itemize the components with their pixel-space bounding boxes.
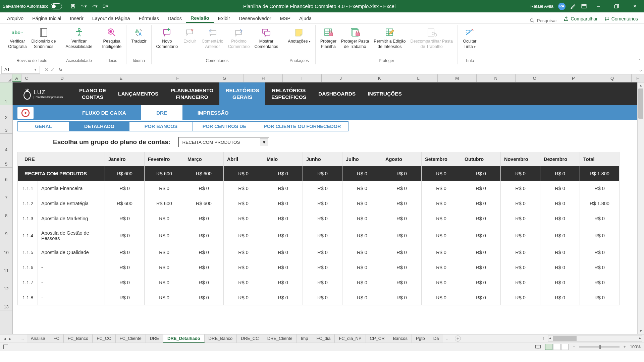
ribbon-verificar-ortografia[interactable]: abcVerificarOrtografia <box>6 26 29 50</box>
row-header[interactable]: 3 <box>0 121 12 134</box>
sheet-tab-fc[interactable]: FC <box>49 335 63 343</box>
nav-relatórios-gerais[interactable]: RELATÓRIOSGERAIS <box>219 82 265 105</box>
col-header[interactable]: C <box>21 74 33 82</box>
col-header[interactable]: P <box>554 74 593 82</box>
sheet-tab-dre_banco[interactable]: DRE_Banco <box>205 335 237 343</box>
ribbon-novo-coment-rio[interactable]: NovoComentário <box>154 26 180 50</box>
user-avatar[interactable]: RA <box>558 3 566 10</box>
subnav-impressão[interactable]: IMPRESSÃO <box>182 105 244 120</box>
ribbon-dicion-rio-de-sin-nimos[interactable]: Dicionário deSinônimos <box>30 26 58 50</box>
group-dropdown[interactable]: RECEITA COM PRODUTOS ▼ <box>178 137 269 147</box>
zoom-level[interactable]: 100% <box>630 345 641 349</box>
sheet-tab-imp[interactable]: Imp <box>297 335 313 343</box>
sheet-tab-fc_cliente[interactable]: FC_Cliente <box>116 335 146 343</box>
ribbon-tab-ajuda[interactable]: Ajuda <box>295 14 316 23</box>
col-header[interactable]: K <box>360 74 399 82</box>
share-button[interactable]: Compartilhar <box>560 14 601 23</box>
undo-icon[interactable]: ▾ <box>81 3 87 9</box>
add-sheet-button[interactable]: + <box>455 336 461 342</box>
tab-geral[interactable]: GERAL <box>17 121 69 131</box>
ribbon-ocultar-tinta-[interactable]: OcultarTinta ▾ <box>461 26 479 50</box>
tab-detalhado[interactable]: DETALHADO <box>69 121 129 131</box>
play-button[interactable] <box>17 107 34 119</box>
tab-por-centros-de[interactable]: POR CENTROS DE <box>193 121 256 131</box>
zoom-in-button[interactable]: + <box>624 345 626 349</box>
col-header[interactable]: N <box>477 74 516 82</box>
ribbon-traduzir[interactable]: あATraduzir <box>129 26 148 45</box>
col-header[interactable]: E <box>92 74 150 82</box>
nav-plano-de-contas[interactable]: PLANO DECONTAS <box>73 82 112 105</box>
user-name[interactable]: Rafael Avila <box>531 4 553 9</box>
sheet-tab-dre_detalhado[interactable]: DRE_Detalhado <box>163 335 205 343</box>
maximize-button[interactable] <box>610 2 623 11</box>
row-header[interactable]: 5 <box>0 153 12 168</box>
col-header[interactable]: G <box>205 74 244 82</box>
collapse-ribbon-icon[interactable]: ⌃ <box>638 59 641 63</box>
row-header[interactable]: 9 <box>0 219 12 237</box>
ribbon-tab-arquivo[interactable]: Arquivo <box>3 14 28 23</box>
ribbon-proteger-planilha[interactable]: ProtegerPlanilha <box>318 26 338 50</box>
close-button[interactable]: ✕ <box>628 2 641 11</box>
search-box[interactable]: Pesquisar <box>526 18 560 23</box>
tab-por-cliente-ou-fornecedor[interactable]: POR CLIENTE OU FORNECEDOR <box>256 121 348 131</box>
ribbon-tab-msp[interactable]: MSP <box>276 14 295 23</box>
row-header[interactable]: 1 <box>0 82 12 105</box>
cells-area[interactable]: LUZPlanilhas Empresariais PLANO DECONTAS… <box>13 82 637 334</box>
col-header[interactable]: A <box>12 74 21 82</box>
comments-button[interactable]: Comentários <box>601 14 641 23</box>
fx-icon[interactable]: fx <box>59 67 62 72</box>
sheet-tab-dre_cc[interactable]: DRE_CC <box>237 335 263 343</box>
col-header[interactable]: L <box>399 74 438 82</box>
sheet-tabs-ellipsis[interactable]: ... <box>18 336 27 341</box>
ribbon-tab-página-inicial[interactable]: Página Inicial <box>28 14 65 23</box>
expand-formula-icon[interactable]: ⌄ <box>637 67 644 72</box>
nav-instruções[interactable]: INSTRUÇÕES <box>362 82 408 105</box>
col-header[interactable]: M <box>438 74 477 82</box>
sheet-tab-da[interactable]: Da <box>429 335 443 343</box>
nav-lançamentos[interactable]: LANÇAMENTOS <box>112 82 164 105</box>
ribbon-permitir-a-edi-o-de-intervalos[interactable]: Permitir a Ediçãode Intervalos <box>372 26 408 50</box>
ribbon-pesquisa-inteligente[interactable]: PesquisaInteligente <box>100 26 123 50</box>
redo-icon[interactable]: ▾ <box>92 3 98 9</box>
subnav-dre[interactable]: DRE <box>141 105 182 120</box>
row-header[interactable]: 8 <box>0 201 12 219</box>
zoom-slider[interactable] <box>579 346 620 348</box>
sheet-tab-bancos[interactable]: Bancos <box>389 335 412 343</box>
sheet-tabs-ellipsis-right[interactable]: ... <box>443 336 452 341</box>
tab-por-bancos[interactable]: POR BANCOS <box>129 121 193 131</box>
pen-icon[interactable] <box>570 3 576 9</box>
col-header[interactable]: D <box>32 74 92 82</box>
sheet-tab-dre_cliente[interactable]: DRE_Cliente <box>263 335 297 343</box>
row-header[interactable]: 7 <box>0 183 12 201</box>
ribbon-mostrar-coment-rios[interactable]: MostrarComentários <box>252 26 280 50</box>
col-header[interactable]: F <box>632 74 644 82</box>
ribbon-tab-revisão[interactable]: Revisão <box>186 13 214 23</box>
minimize-button[interactable]: ─ <box>592 2 605 11</box>
page-break-button[interactable] <box>561 344 569 350</box>
row-header[interactable]: 13 <box>0 292 12 310</box>
ribbon-tab-exibir[interactable]: Exibir <box>214 14 234 23</box>
select-all-corner[interactable] <box>0 74 12 82</box>
name-box[interactable]: A1▼ <box>1 66 40 74</box>
vertical-scrollbar[interactable]: ▲ ▼ <box>637 82 644 334</box>
formula-input[interactable] <box>66 66 637 74</box>
sheet-tab-pgto[interactable]: Pgto <box>412 335 429 343</box>
normal-view-button[interactable] <box>545 344 552 350</box>
nav-dashboards[interactable]: DASHBOARDS <box>312 82 362 105</box>
page-layout-button[interactable] <box>553 344 560 350</box>
cancel-icon[interactable]: ✕ <box>45 67 49 72</box>
ribbon-proteger-pasta-de-trabalho[interactable]: Proteger Pastade Trabalho <box>339 26 371 50</box>
ribbon-verificar-acessibilidade[interactable]: VerificarAcessibilidade <box>64 26 95 50</box>
sheet-tab-cp_cr[interactable]: CP_CR <box>366 335 389 343</box>
subnav-fluxo-de-caixa[interactable]: FLUXO DE CAIXA <box>67 105 141 120</box>
col-header[interactable]: O <box>516 74 554 82</box>
sheet-tab-fc_dia[interactable]: FC_dia <box>312 335 335 343</box>
nav-relatórios-específicos[interactable]: RELATÓRIOSESPECÍFICOS <box>265 82 312 105</box>
ribbon-tab-layout-da-página[interactable]: Layout da Página <box>88 14 135 23</box>
col-header[interactable]: H <box>244 74 283 82</box>
display-settings-icon[interactable] <box>535 345 541 349</box>
sheet-nav-arrows[interactable]: ◂▸ <box>0 336 15 341</box>
row-header[interactable]: 12 <box>0 274 12 292</box>
save-icon[interactable] <box>70 3 76 9</box>
record-macro-icon[interactable] <box>3 345 8 349</box>
